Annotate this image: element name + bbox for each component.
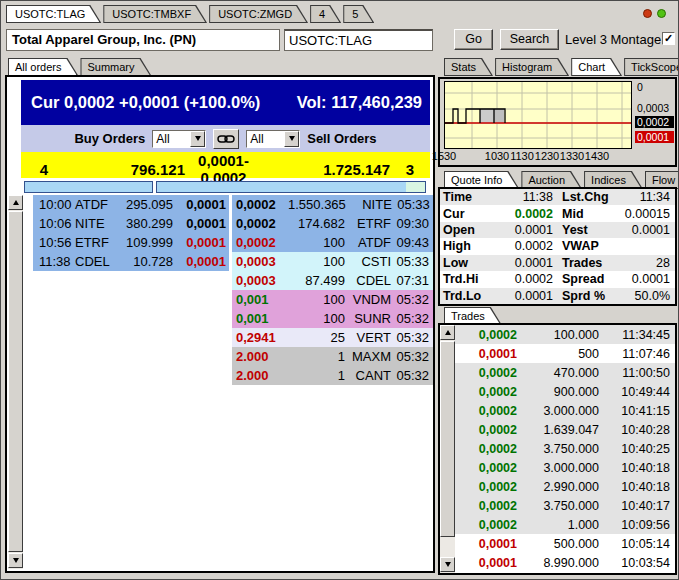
bid-order-row[interactable]: 11:38 CDEL 10.728 0,0001 [33, 252, 229, 271]
bid-size: 295.095 [123, 197, 173, 212]
scrollbar-thumb[interactable] [8, 211, 23, 552]
symbol-tab[interactable]: 4 [310, 5, 341, 23]
go-button[interactable]: Go [454, 29, 493, 50]
level3-montage-checkbox[interactable]: ✓ [662, 32, 675, 45]
buy-filter-select[interactable]: All [152, 130, 206, 148]
trades-scrollbar[interactable] [440, 325, 455, 573]
trade-row[interactable]: 0,0001 500 11:07:46 [455, 344, 675, 363]
x-axis-label: 1030 [485, 150, 509, 162]
bid-order-row[interactable]: 10:06 NITE 380.299 0,0001 [33, 214, 229, 233]
current-price-bar: Cur 0,0002 +0,0001 (+100.0%) Vol: 117,46… [21, 80, 430, 125]
quote-info-row: Trd.Lo 0.0001 Sprd % 50.0% [440, 288, 675, 304]
quote-value: 0.0001 [492, 289, 558, 303]
orders-tab-label: All orders [9, 59, 76, 75]
sell-depth-bar-tail [406, 182, 425, 192]
ask-mpid: VNDM [345, 292, 391, 307]
ask-order-row[interactable]: 0,001 100 VNDM 05:32 [232, 290, 433, 309]
bid-price: 0,0001 [173, 216, 229, 231]
bid-order-row[interactable]: 10:00 ATDF 295.095 0,0001 [33, 195, 229, 214]
ask-time: 05:32 [391, 292, 433, 307]
trade-size: 3.750.000 [521, 499, 599, 513]
montage-scrollbar[interactable] [8, 195, 23, 569]
ask-price: 2.000 [232, 368, 288, 383]
search-button[interactable]: Search [500, 29, 559, 50]
ask-order-row[interactable]: 0,0003 87.499 CDEL 07:31 [232, 271, 433, 290]
link-filters-button[interactable] [213, 129, 239, 149]
ask-price: 0,2941 [232, 330, 288, 345]
symbol-input[interactable] [284, 29, 433, 51]
trade-row[interactable]: 0,0002 2.990.000 10:40:18 [455, 477, 675, 496]
ask-size: 1 [288, 349, 345, 364]
sell-filter-dropdown-button[interactable] [284, 131, 299, 147]
ask-order-row[interactable]: 0,0003 100 CSTI 05:33 [232, 252, 433, 271]
price-chart-svg [445, 82, 631, 148]
volume-text: Vol: 117,460,239 [297, 93, 422, 112]
trade-time: 10:40:17 [599, 499, 675, 513]
quote-value: 0.0002 [492, 239, 558, 253]
quote-label: Yest [558, 223, 622, 237]
scroll-down-button[interactable] [440, 557, 455, 572]
trade-row[interactable]: 0,0002 3.000.000 10:41:15 [455, 401, 675, 420]
quote-label: Trades [558, 256, 622, 270]
analysis-tab[interactable]: TickScope [624, 58, 679, 76]
x-axis-label: 1230 [535, 150, 559, 162]
ask-order-row[interactable]: 0,0002 100 ATDF 09:43 [232, 233, 433, 252]
analysis-tab[interactable]: Stats [444, 58, 493, 76]
trade-row[interactable]: 0,0002 1.639.047 10:40:28 [455, 420, 675, 439]
symbol-tab-bar: USOTC:TLAG USOTC:TMBXF USOTC:ZMGD 4 5 [6, 5, 376, 23]
trade-row[interactable]: 0,0002 1.000 10:09:56 [455, 515, 675, 534]
ask-size: 100 [288, 311, 345, 326]
trade-row[interactable]: 0,0002 470.000 11:00:50 [455, 363, 675, 382]
trade-price: 0,0002 [455, 442, 521, 456]
x-axis-label: 1130 [510, 150, 534, 162]
scroll-down-button[interactable] [8, 553, 23, 568]
symbol-tab-label: USOTC:ZMGD [210, 6, 306, 22]
symbol-tab[interactable]: USOTC:ZMGD [209, 5, 308, 23]
symbol-tab[interactable]: USOTC:TLAG [6, 5, 101, 23]
ask-order-row[interactable]: 2.000 1 CANT 05:32 [232, 366, 433, 385]
trade-row[interactable]: 0,0002 3.750.000 10:40:17 [455, 496, 675, 515]
ask-order-row[interactable]: 0,001 100 SUNR 05:32 [232, 309, 433, 328]
orders-tab[interactable]: Summary [80, 58, 151, 76]
quote-value: 0.0001 [622, 272, 675, 286]
trade-row[interactable]: 0,0002 3.750.000 10:40:25 [455, 439, 675, 458]
ask-order-row[interactable]: 0,0002 174.682 ETRF 09:30 [232, 214, 433, 233]
symbol-tab[interactable]: USOTC:TMBXF [103, 5, 207, 23]
analysis-tab[interactable]: Histogram [495, 58, 569, 76]
scroll-up-button[interactable] [440, 325, 455, 340]
quote-tab-label: Quote Info [445, 172, 517, 188]
trade-time: 10:40:25 [599, 442, 675, 456]
trade-row[interactable]: 0,0002 900.000 10:49:44 [455, 382, 675, 401]
buy-orders-label: Buy Orders [74, 131, 145, 146]
chart-volume-block [494, 109, 504, 123]
symbol-tab[interactable]: 5 [343, 5, 374, 23]
buy-filter-dropdown-button[interactable] [190, 131, 205, 147]
ask-order-row[interactable]: 0,2941 25 VERT 05:32 [232, 328, 433, 347]
trade-price: 0,0002 [455, 366, 521, 380]
bid-order-row[interactable]: 10:56 ETRF 109.999 0,0001 [33, 233, 229, 252]
trade-row[interactable]: 0,0001 8.990.000 10:03:54 [455, 553, 675, 572]
quote-tab-label: Flow [646, 172, 679, 188]
trade-time: 10:49:44 [599, 385, 675, 399]
orders-tab[interactable]: All orders [8, 58, 78, 76]
orders-tab-label: Summary [81, 59, 149, 75]
trade-row[interactable]: 0,0002 100.000 11:34:45 [455, 325, 675, 344]
status-dot-red-icon [643, 9, 652, 18]
bid-size: 380.299 [123, 216, 173, 231]
scrollbar-thumb[interactable] [440, 341, 455, 537]
ask-size: 100 [288, 254, 345, 269]
sell-filter-select[interactable]: All [246, 130, 300, 148]
bid-mpid: ETRF [75, 235, 123, 250]
ask-order-row[interactable]: 2.000 1 MAXM 05:32 [232, 347, 433, 366]
ask-size: 174.682 [288, 216, 345, 231]
analysis-tab-label: Chart [572, 59, 620, 75]
scroll-up-button[interactable] [8, 195, 23, 210]
analysis-tab[interactable]: Chart [571, 58, 622, 76]
quote-info-row: Time 11:38 Lst.Chg 11:34 [440, 189, 675, 205]
quote-info-row: Cur 0.0002 Mid 0.00015 [440, 205, 675, 221]
ask-order-row[interactable]: 0,0002 1.550.365 NITE 05:33 [232, 195, 433, 214]
trade-row[interactable]: 0,0002 3.000.000 10:40:18 [455, 458, 675, 477]
order-filter-row: Buy Orders All All Sell Orders [21, 125, 430, 152]
trade-row[interactable]: 0,0001 500.000 10:05:14 [455, 534, 675, 553]
level3-montage-label: Level 3 Montage [565, 32, 661, 47]
